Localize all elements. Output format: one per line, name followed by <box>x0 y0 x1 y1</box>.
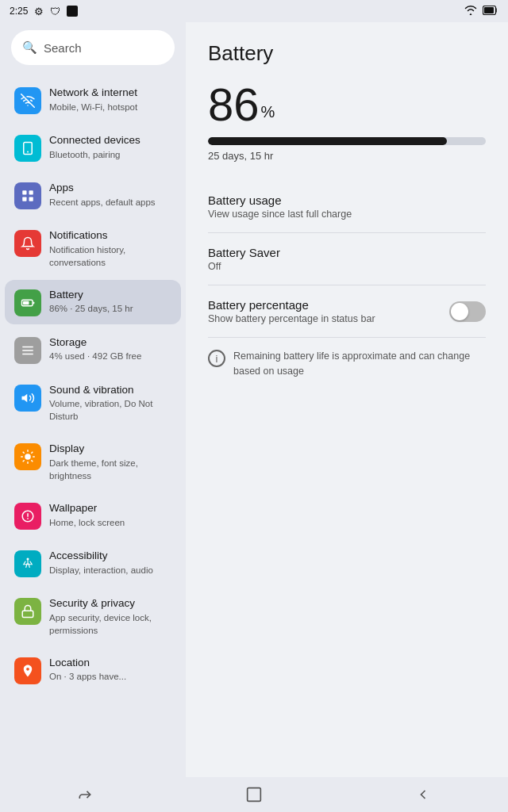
location-text: Location On · 3 apps have... <box>49 656 171 684</box>
sound-text: Sound & vibration Volume, vibration, Do … <box>49 383 171 423</box>
nav-recent-button[interactable] <box>69 779 101 810</box>
sidebar-item-sound[interactable]: Sound & vibration Volume, vibration, Do … <box>5 375 181 431</box>
battery-percent-symbol: % <box>261 103 275 121</box>
sidebar-item-battery[interactable]: Battery 86% · 25 days, 15 hr <box>5 280 181 324</box>
search-label: Search <box>44 41 82 55</box>
wifi-icon <box>464 4 478 18</box>
search-icon: 🔍 <box>22 40 37 55</box>
svg-marker-13 <box>22 393 28 402</box>
accessibility-text: Accessibility Display, interaction, audi… <box>49 549 171 576</box>
sidebar-item-storage[interactable]: Storage 4% used · 492 GB free <box>5 327 181 372</box>
battery-saver-row[interactable]: Battery Saver Off <box>208 233 486 285</box>
svg-rect-16 <box>22 611 33 617</box>
battery-usage-subtitle: View usage since last full charge <box>208 209 352 220</box>
battery-saver-text: Battery Saver Off <box>208 246 280 272</box>
svg-rect-7 <box>29 197 33 201</box>
battery-menu-icon <box>14 289 41 316</box>
location-icon <box>14 657 41 684</box>
network-text: Network & internet Mobile, Wi-Fi, hotspo… <box>49 86 171 113</box>
info-text: Remaining battery life is approximate an… <box>233 349 486 379</box>
battery-usage-header: Battery usage View usage since last full… <box>208 193 486 220</box>
sidebar-item-security[interactable]: Security & privacy App security, device … <box>5 588 181 645</box>
sidebar-item-network[interactable]: Network & internet Mobile, Wi-Fi, hotspo… <box>5 78 181 122</box>
status-left: 2:25 ⚙ 🛡 <box>10 6 78 17</box>
svg-point-14 <box>25 454 31 461</box>
battery-percentage-toggle[interactable] <box>449 301 486 322</box>
notifications-icon <box>14 230 41 257</box>
svg-rect-5 <box>29 190 33 194</box>
info-icon: i <box>208 350 225 367</box>
main-layout: 🔍 Search Network & internet Mobile, Wi-F… <box>0 22 508 777</box>
security-text: Security & privacy App security, device … <box>49 596 171 637</box>
display-text: Display Dark theme, font size, brightnes… <box>49 442 171 482</box>
notifications-text: Notifications Notification history, conv… <box>49 228 171 269</box>
svg-rect-9 <box>23 301 29 304</box>
info-row: i Remaining battery life is approximate … <box>208 338 486 379</box>
battery-percent-row: 86 % <box>208 82 486 128</box>
bottom-nav <box>0 777 508 812</box>
storage-icon <box>14 337 41 364</box>
battery-icon <box>483 4 498 18</box>
battery-saver-header: Battery Saver Off <box>208 246 486 272</box>
sidebar-item-apps[interactable]: Apps Recent apps, default apps <box>5 173 181 217</box>
shield-icon: 🛡 <box>50 6 60 17</box>
page-title: Battery <box>208 41 486 66</box>
battery-text: Battery 86% · 25 days, 15 hr <box>49 288 171 316</box>
accessibility-icon <box>14 550 41 577</box>
sidebar-item-display[interactable]: Display Dark theme, font size, brightnes… <box>5 434 181 490</box>
network-icon <box>14 87 41 114</box>
battery-progress-bar <box>208 137 486 145</box>
content-area: Battery 86 % 25 days, 15 hr Battery usag… <box>186 22 508 777</box>
battery-saver-subtitle: Off <box>208 261 280 272</box>
status-bar: 2:25 ⚙ 🛡 <box>0 0 508 22</box>
settings-icon: ⚙ <box>34 6 44 17</box>
apps-icon <box>14 182 41 209</box>
square-icon <box>67 6 78 17</box>
battery-progress-fill <box>208 137 447 145</box>
svg-rect-17 <box>248 788 261 802</box>
security-icon <box>14 598 41 625</box>
connected-text: Connected devices Bluetooth, pairing <box>49 133 171 161</box>
battery-percentage-header: Battery percentage Show battery percenta… <box>208 298 486 324</box>
status-right <box>464 4 498 18</box>
battery-usage-row[interactable]: Battery usage View usage since last full… <box>208 181 486 233</box>
storage-text: Storage 4% used · 492 GB free <box>49 335 171 363</box>
sidebar-item-accessibility[interactable]: Accessibility Display, interaction, audi… <box>5 541 181 585</box>
connected-icon <box>14 135 41 162</box>
svg-rect-1 <box>484 7 494 13</box>
battery-percentage-subtitle: Show battery percentage in status bar <box>208 313 375 324</box>
sidebar-item-notifications[interactable]: Notifications Notification history, conv… <box>5 220 181 277</box>
battery-saver-title: Battery Saver <box>208 246 280 259</box>
sidebar: 🔍 Search Network & internet Mobile, Wi-F… <box>0 22 186 777</box>
status-time: 2:25 <box>10 6 28 17</box>
svg-rect-6 <box>22 197 26 201</box>
sidebar-item-location[interactable]: Location On · 3 apps have... <box>5 648 181 692</box>
battery-percentage-value: 86 <box>208 82 260 128</box>
battery-time-remaining: 25 days, 15 hr <box>208 150 486 162</box>
battery-percentage-row[interactable]: Battery percentage Show battery percenta… <box>208 285 486 338</box>
sound-icon <box>14 385 41 412</box>
battery-percentage-text: Battery percentage Show battery percenta… <box>208 298 375 324</box>
wallpaper-icon <box>14 503 41 530</box>
battery-percentage-title: Battery percentage <box>208 298 375 312</box>
sidebar-item-connected[interactable]: Connected devices Bluetooth, pairing <box>5 125 181 170</box>
nav-home-button[interactable] <box>238 779 270 810</box>
sidebar-item-wallpaper[interactable]: Wallpaper Home, lock screen <box>5 493 181 538</box>
battery-usage-title: Battery usage <box>208 193 352 207</box>
battery-usage-text: Battery usage View usage since last full… <box>208 193 352 220</box>
wallpaper-text: Wallpaper Home, lock screen <box>49 501 171 529</box>
display-icon <box>14 443 41 470</box>
nav-back-button[interactable] <box>407 779 439 810</box>
svg-rect-4 <box>22 190 26 194</box>
search-bar[interactable]: 🔍 Search <box>11 30 175 65</box>
apps-text: Apps Recent apps, default apps <box>49 181 171 209</box>
